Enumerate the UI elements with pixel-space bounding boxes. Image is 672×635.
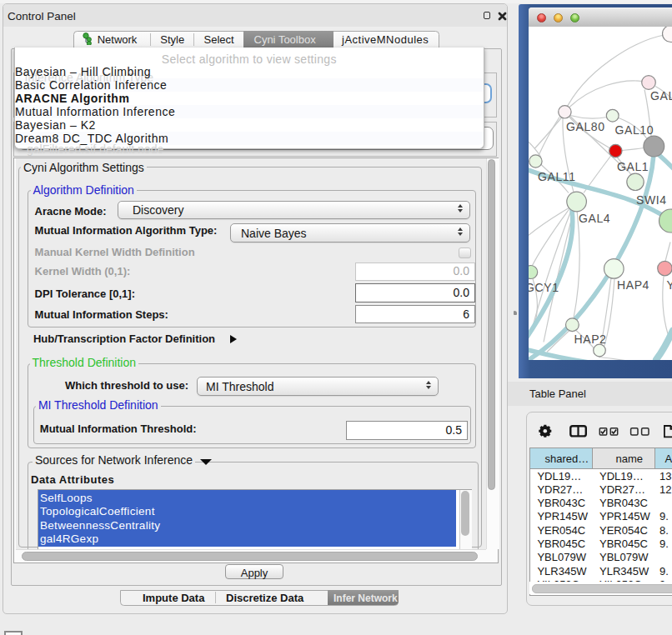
svg-text:HAP2: HAP2 [574,332,607,346]
svg-text:YCL: YCL [667,278,672,292]
svg-text:GAL2: GAL2 [650,88,672,102]
svg-text:GAL4: GAL4 [579,212,610,225]
svg-text:HAP4: HAP4 [617,278,649,291]
svg-text:GAL80: GAL80 [566,119,605,132]
svg-text:SWI4: SWI4 [636,192,667,206]
svg-text:GAL1: GAL1 [617,159,649,172]
svg-text:GCY1: GCY1 [529,280,559,293]
svg-text:GAL10: GAL10 [615,122,654,136]
svg-text:GAL11: GAL11 [538,170,576,183]
